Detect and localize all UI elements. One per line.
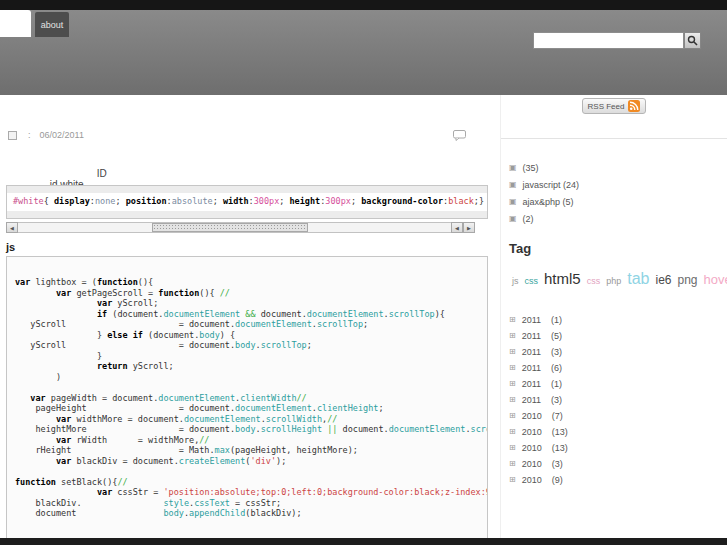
tag-link[interactable]: hover <box>704 272 727 287</box>
tag-link[interactable]: tab <box>627 270 649 287</box>
blog-page: about : 06/02/2011 ID id white <box>0 0 727 545</box>
archive-count: (3) <box>552 459 563 469</box>
archive-item[interactable]: ⊞2011(3) <box>509 392 727 408</box>
archive-link[interactable]: 2011 <box>522 379 541 389</box>
js-code-content: var lightbox = (function(){ var getPageS… <box>7 257 487 519</box>
archive-item[interactable]: ⊞2010(3) <box>509 456 727 472</box>
scroll-track[interactable] <box>18 222 451 233</box>
search-button[interactable] <box>684 32 701 49</box>
rss-badge[interactable]: RSS Feed <box>582 98 647 114</box>
code-line: yScroll = document.body.scrollTop; <box>15 340 487 351</box>
archive-icon: ⊞ <box>509 332 516 340</box>
category-item[interactable]: ▣(35) <box>509 159 727 176</box>
comment-icon[interactable] <box>453 130 466 141</box>
js-code-block: var lightbox = (function(){ var getPageS… <box>6 256 488 545</box>
archive-count: (1) <box>551 315 562 325</box>
archive-count: (13) <box>552 427 568 437</box>
archive-link[interactable]: 2010 <box>522 427 542 437</box>
code-line: return yScroll; <box>15 361 487 372</box>
archive-item[interactable]: ⊞2010(9) <box>509 472 727 488</box>
archive-icon: ⊞ <box>509 396 516 404</box>
tab-about[interactable]: about <box>35 12 69 37</box>
archive-icon: ⊞ <box>509 460 516 468</box>
archive-icon: ⊞ <box>509 428 516 436</box>
archive-link[interactable]: 2011 <box>522 363 541 373</box>
code-line <box>15 382 487 393</box>
archive-icon: ⊞ <box>509 476 516 484</box>
archive-item[interactable]: ⊞2011(6) <box>509 360 727 376</box>
search-icon <box>687 35 698 46</box>
archive-link[interactable]: 2010 <box>522 459 542 469</box>
category-link[interactable]: javascript (24) <box>523 180 580 190</box>
category-link[interactable]: ajax&php (5) <box>523 197 574 207</box>
scroll-left-button[interactable]: ◀ <box>6 222 18 233</box>
category-item[interactable]: ▣javascript (24) <box>509 176 727 193</box>
rss-row: RSS Feed <box>501 95 727 120</box>
scroll-right-button[interactable]: ▶ <box>463 222 475 233</box>
category-list: ▣(35)▣javascript (24)▣ajax&php (5)▣(2) <box>501 159 727 227</box>
archive-count: (9) <box>552 475 563 485</box>
archive-item[interactable]: ⊞2010(7) <box>509 408 727 424</box>
category-link[interactable]: (2) <box>523 214 534 224</box>
search-area <box>533 32 701 49</box>
archive-icon: ⊞ <box>509 364 516 372</box>
tag-link[interactable]: css <box>525 276 539 286</box>
archive-item[interactable]: ⊞2011(1) <box>509 312 727 328</box>
archive-count: (1) <box>551 379 562 389</box>
code-line: if (document.documentElement && document… <box>15 309 487 320</box>
archive-item[interactable]: ⊞2011(1) <box>509 376 727 392</box>
archive-link[interactable]: 2011 <box>522 331 541 341</box>
code-line: yScroll = document.documentElement.scrol… <box>15 319 487 330</box>
code-line: ) <box>15 372 487 383</box>
tag-cloud: jscsshtml5cssphptabie6pnghoverie6buggetE… <box>509 268 717 292</box>
archive-count: (7) <box>552 411 563 421</box>
tag-link[interactable]: php <box>606 276 621 286</box>
archive-item[interactable]: ⊞2010(13) <box>509 424 727 440</box>
code-line: var widthMore = document.documentElement… <box>15 414 487 425</box>
css-code-block: #white{ display:none; position:absolute;… <box>6 185 488 219</box>
archive-link[interactable]: 2010 <box>522 411 542 421</box>
tag-heading: Tag <box>509 241 727 256</box>
scroll-left-button-secondary[interactable]: ◀ <box>451 222 463 233</box>
tag-link[interactable]: js <box>512 276 519 286</box>
code-line: var lightbox = (function(){ <box>15 277 487 288</box>
tag-link[interactable]: html5 <box>544 270 581 287</box>
code-line: document body.appendChild(blackDiv); <box>15 508 487 519</box>
category-item[interactable]: ▣ajax&php (5) <box>509 193 727 210</box>
category-link[interactable]: (35) <box>523 163 539 173</box>
sidebar-divider <box>501 138 727 139</box>
code-line: heightMore = document.body.scrollHeight … <box>15 424 487 435</box>
top-strip <box>0 0 727 10</box>
archive-item[interactable]: ⊞2011(3) <box>509 344 727 360</box>
archive-link[interactable]: 2011 <box>522 315 541 325</box>
archive-link[interactable]: 2010 <box>522 443 542 453</box>
code-line: #white{ display:none; position:absolute;… <box>13 196 487 207</box>
archive-link[interactable]: 2010 <box>522 475 542 485</box>
tag-link[interactable]: ie6 <box>655 273 671 287</box>
js-section-label: js <box>6 241 15 253</box>
meta-separator: : <box>28 130 31 140</box>
category-item[interactable]: ▣(2) <box>509 210 727 227</box>
post-meta: : 06/02/2011 <box>8 128 466 142</box>
css-code-content: #white{ display:none; position:absolute;… <box>7 186 487 207</box>
archive-item[interactable]: ⊞2010(13) <box>509 440 727 456</box>
archive-link[interactable]: 2011 <box>522 347 541 357</box>
tag-link[interactable]: css <box>587 276 601 286</box>
code-line: function setBlack(){// <box>15 477 487 488</box>
code-line <box>15 466 487 477</box>
folder-icon: ▣ <box>509 164 517 172</box>
code-line: var blackDiv = document.createElement('d… <box>15 456 487 467</box>
tab-home[interactable] <box>0 10 31 37</box>
code-line: rHeight = Math.max(pageHeight, heightMor… <box>15 445 487 456</box>
search-input[interactable] <box>533 32 684 49</box>
archive-item[interactable]: ⊞2011(5) <box>509 328 727 344</box>
code-line: } else if (document.body) { <box>15 330 487 341</box>
tag-link[interactable]: png <box>677 273 697 287</box>
scroll-thumb[interactable] <box>152 223 308 232</box>
code-line: } <box>15 351 487 362</box>
sidebar: RSS Feed ▣(35)▣javascript (24)▣ajax&php … <box>500 95 727 545</box>
calendar-icon <box>8 131 17 140</box>
code-line: blackDiv. style.cssText = cssStr; <box>15 498 487 509</box>
archive-link[interactable]: 2011 <box>522 395 541 405</box>
code-line: var getPageScroll = function(){ // <box>15 288 487 299</box>
